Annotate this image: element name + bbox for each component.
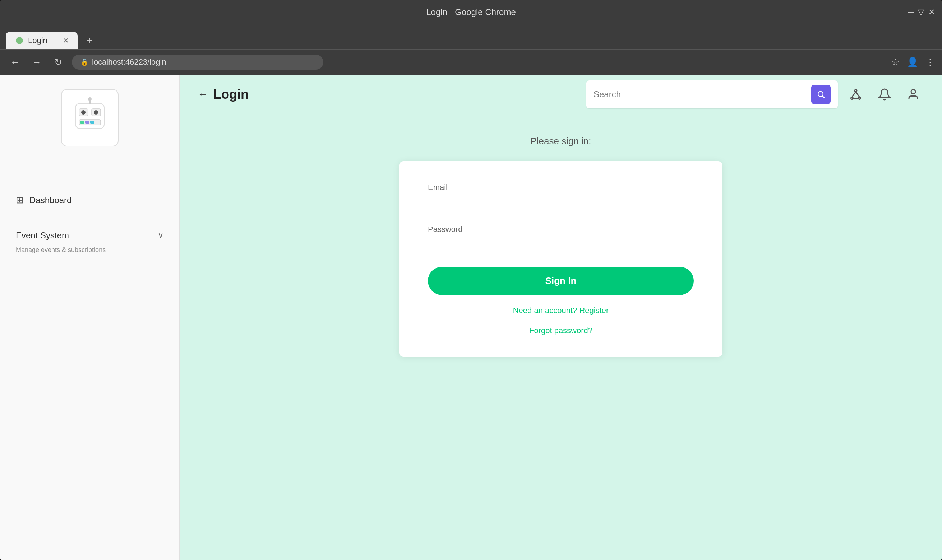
sidebar: ⊞ Dashboard Event System ∨ Manage events… (0, 75, 180, 560)
reload-button[interactable]: ↻ (50, 54, 66, 70)
browser-window: Login - Google Chrome ─ ▽ ✕ Login ✕ + ← … (0, 0, 942, 560)
svg-point-11 (88, 97, 92, 101)
back-arrow-icon[interactable]: ← (197, 89, 208, 100)
profile-icon[interactable]: 👤 (907, 57, 918, 68)
sidebar-item-dashboard[interactable]: ⊞ Dashboard (7, 188, 172, 213)
password-input[interactable] (428, 237, 694, 250)
chevron-down-icon: ∨ (158, 231, 163, 240)
browser-actions: ☆ 👤 ⋮ (891, 57, 935, 68)
svg-rect-9 (90, 121, 94, 124)
active-tab[interactable]: Login ✕ (6, 32, 78, 49)
event-system-title: Event System (16, 231, 69, 240)
url-bar[interactable]: 🔒 localhost:46223/login (72, 55, 323, 70)
logo-box (61, 89, 119, 146)
search-bar (586, 80, 838, 108)
page-body: Please sign in: Email Password Sign In N… (180, 114, 942, 560)
lock-icon: 🔒 (80, 58, 88, 66)
new-tab-button[interactable]: + (80, 31, 99, 49)
tab-label: Login (28, 36, 48, 45)
svg-point-0 (16, 37, 23, 44)
event-system-subtitle: Manage events & subscriptions (7, 246, 172, 257)
password-field-group: Password (428, 225, 694, 256)
logo-image (68, 96, 111, 139)
sidebar-nav: ⊞ Dashboard (0, 188, 179, 213)
network-icon-button[interactable] (845, 84, 866, 105)
svg-rect-7 (80, 121, 85, 124)
bookmark-icon[interactable]: ☆ (891, 57, 900, 68)
back-button[interactable]: ← (7, 54, 23, 70)
url-text: localhost:46223/login (92, 57, 167, 67)
forgot-password-link[interactable]: Forgot password? (428, 326, 694, 335)
window-controls: ─ ▽ ✕ (908, 8, 935, 17)
register-link[interactable]: Need an account? Register (428, 306, 694, 315)
main-content: ← Login (180, 75, 942, 560)
address-bar: ← → ↻ 🔒 localhost:46223/login ☆ 👤 ⋮ (0, 49, 942, 75)
email-input[interactable] (428, 195, 694, 208)
login-card: Email Password Sign In Need an account? … (399, 161, 723, 357)
svg-line-13 (823, 96, 825, 98)
sidebar-dashboard-label: Dashboard (29, 195, 71, 205)
email-field-group: Email (428, 183, 694, 214)
header-right (586, 80, 924, 108)
browser-title: Login - Google Chrome (426, 7, 515, 17)
sign-in-subtitle: Please sign in: (530, 136, 591, 147)
sign-in-button[interactable]: Sign In (428, 267, 694, 295)
forward-button[interactable]: → (29, 54, 45, 70)
close-icon[interactable]: ✕ (928, 8, 935, 17)
svg-line-18 (856, 92, 860, 97)
profile-icon-button[interactable] (902, 84, 924, 105)
svg-rect-8 (85, 121, 89, 124)
top-header: ← Login (180, 75, 942, 114)
svg-point-4 (81, 110, 85, 114)
menu-icon[interactable]: ⋮ (925, 57, 935, 68)
minimize-icon[interactable]: ─ (908, 8, 914, 17)
search-button[interactable] (811, 85, 831, 104)
search-input[interactable] (594, 89, 808, 100)
maximize-icon[interactable]: ▽ (918, 8, 924, 17)
password-label: Password (428, 225, 694, 234)
dashboard-icon: ⊞ (16, 195, 24, 206)
logo-container (0, 89, 179, 161)
sidebar-section-header[interactable]: Event System ∨ (7, 225, 172, 246)
svg-point-20 (911, 89, 916, 94)
email-label: Email (428, 183, 694, 192)
page-title: Login (213, 87, 248, 102)
app-content: ⊞ Dashboard Event System ∨ Manage events… (0, 75, 942, 560)
tab-close-button[interactable]: ✕ (63, 36, 69, 45)
sidebar-event-system: Event System ∨ Manage events & subscript… (0, 225, 179, 257)
bell-icon-button[interactable] (874, 84, 895, 105)
browser-title-bar: Login - Google Chrome ─ ▽ ✕ (0, 0, 942, 25)
tab-favicon (14, 35, 25, 46)
svg-point-5 (94, 110, 98, 114)
tab-bar: Login ✕ + (0, 25, 942, 49)
svg-line-17 (852, 92, 856, 97)
svg-point-14 (855, 89, 857, 92)
header-left: ← Login (197, 87, 248, 102)
